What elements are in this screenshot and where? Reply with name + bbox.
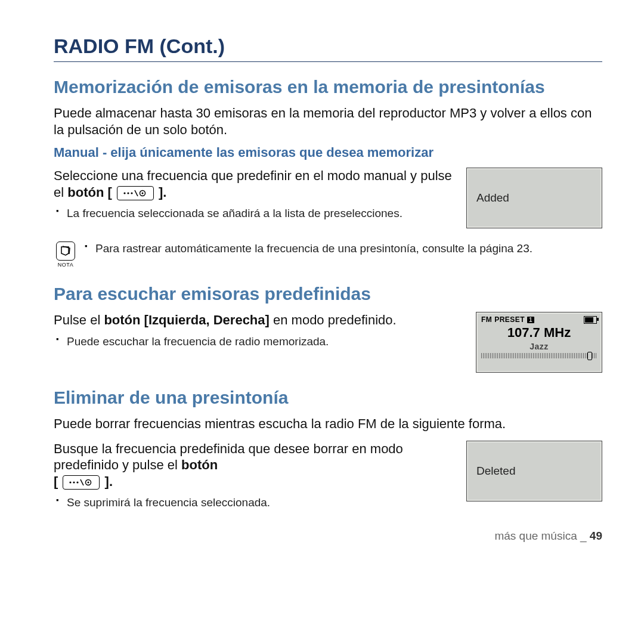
section3-instruction: Busque la frecuencia predefinida que des… <box>54 441 454 490</box>
preset-frequency: 107.7 MHz <box>476 325 602 340</box>
svg-point-11 <box>88 482 89 484</box>
text: en modo predefinido. <box>270 312 397 327</box>
bullet-item: Puede escuchar la frecuencia de radio me… <box>67 335 464 349</box>
note-label: NOTA <box>58 262 73 268</box>
footer-text: más que música _ <box>494 530 589 542</box>
svg-point-0 <box>123 192 125 194</box>
svg-point-6 <box>70 481 72 483</box>
device-screen-added: Added <box>466 168 602 228</box>
text: Seleccione una frecuencia que predefinir… <box>54 168 452 200</box>
bracket-close: ]. <box>101 474 113 489</box>
page-title: RADIO FM (Cont.) <box>54 35 602 62</box>
note-bullets: Para rastrear automáticamente la frecuen… <box>82 242 602 260</box>
note-text: Para rastrear automáticamente la frecuen… <box>95 242 602 256</box>
note-block: NOTA Para rastrear automáticamente la fr… <box>54 242 602 270</box>
screen-text: Deleted <box>476 465 516 478</box>
user-button-icon <box>117 186 154 200</box>
section3-intro: Puede borrar frecuencias mientras escuch… <box>54 416 602 432</box>
device-screen-preset: FM PRESET 1 107.7 MHz Jazz <box>476 312 602 373</box>
svg-point-2 <box>131 192 132 194</box>
manual-page: RADIO FM (Cont.) Memorización de emisora… <box>0 0 644 561</box>
bullet-item: Se suprimirá la frecuencia seleccionada. <box>67 496 454 510</box>
text: Busque la frecuencia predefinida que des… <box>54 441 403 473</box>
svg-point-1 <box>127 192 129 194</box>
note-icon-wrap: NOTA <box>56 242 75 268</box>
svg-point-5 <box>141 192 143 194</box>
section2-instruction: Pulse el botón [Izquierda, Derecha] en m… <box>54 312 464 329</box>
note-icon <box>56 242 75 261</box>
section2-bullets: Puede escuchar la frecuencia de radio me… <box>54 335 464 349</box>
screen-text: Added <box>476 191 509 205</box>
section-title-delete: Eliminar de una presintonía <box>54 387 602 408</box>
svg-point-7 <box>73 481 75 483</box>
section-title-listen: Para escuchar emisoras predefinidas <box>54 283 602 305</box>
text-close: ]. <box>155 185 167 200</box>
text-bold: botón [Izquierda, Derecha] <box>104 312 269 327</box>
text: Pulse el <box>54 312 104 327</box>
section1-intro: Puede almacenar hasta 30 emisoras en la … <box>54 105 602 138</box>
text-bold: botón [ <box>67 185 112 200</box>
bracket-open: [ <box>54 474 58 489</box>
manual-subheading: Manual - elija únicamente las emisoras q… <box>54 145 602 160</box>
preset-top-bar: FM PRESET 1 <box>476 312 602 325</box>
user-button-icon <box>63 475 100 490</box>
section-title-store: Memorización de emisoras en la memoria d… <box>54 76 602 98</box>
preset-tuning-bar <box>481 353 597 358</box>
section1-bullets: La frecuencia seleccionada se añadirá a … <box>54 206 454 221</box>
section1-instruction: Seleccione una frecuencia que predefinir… <box>54 168 454 200</box>
device-screen-deleted: Deleted <box>466 441 602 501</box>
page-number: 49 <box>590 530 602 542</box>
svg-point-8 <box>77 481 79 483</box>
page-footer: más que música _ 49 <box>54 530 602 543</box>
preset-genre: Jazz <box>476 342 602 351</box>
section3-bullets: Se suprimirá la frecuencia seleccionada. <box>54 496 454 510</box>
svg-line-3 <box>135 190 138 196</box>
battery-icon <box>584 316 597 324</box>
svg-line-9 <box>80 479 83 485</box>
text-bold: botón <box>181 457 218 472</box>
bullet-item: La frecuencia seleccionada se añadirá a … <box>67 206 454 221</box>
preset-mode-label: FM PRESET 1 <box>481 315 534 324</box>
